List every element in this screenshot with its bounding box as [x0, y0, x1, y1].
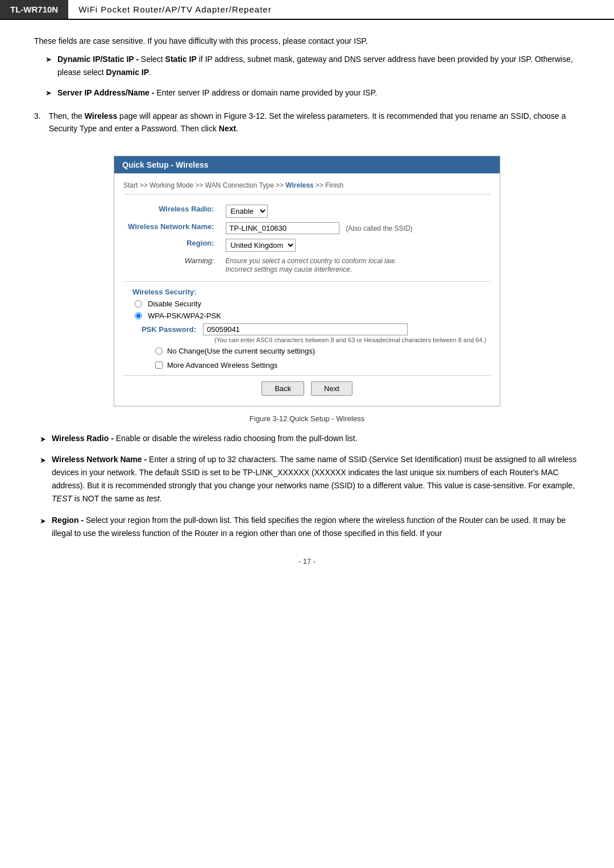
divider-1 [123, 281, 491, 282]
intro-paragraph: These fields are case sensitive. If you … [34, 35, 580, 47]
bullet-arrow-5: ➤ [40, 515, 46, 527]
no-change-row: No Change(Use the current security setti… [155, 347, 491, 355]
bullet-arrow-2: ➤ [45, 88, 52, 99]
static-ip-bold: Static IP [165, 55, 197, 64]
region-bold: Region - [52, 516, 84, 525]
breadcrumb-active: Wireless [285, 181, 313, 189]
warning-text: Ensure you select a correct country to c… [226, 257, 396, 273]
wireless-security-label: Wireless Security: [132, 288, 491, 296]
step-number: 3. [34, 110, 41, 122]
bullet-arrow-3: ➤ [40, 433, 46, 445]
model-name: TL-WR710N [0, 0, 68, 19]
bullet-wireless-radio-text: Wireless Radio - Enable or disable the w… [52, 432, 358, 445]
bullet-arrow-4: ➤ [40, 454, 46, 466]
bullet-wireless-network-text: Wireless Network Name - Enter a string o… [52, 453, 580, 505]
next-bold: Next [219, 124, 236, 133]
wireless-network-label: Wireless Network Name: [123, 220, 221, 236]
step-3-text: Then, the Wireless page will appear as s… [49, 110, 580, 135]
bullet-arrow-1: ➤ [45, 54, 52, 66]
disable-security-row: Disable Security [135, 300, 491, 308]
no-change-label: No Change(Use the current security setti… [167, 347, 315, 355]
wpa-psk-row: WPA-PSK/WPA2-PSK [135, 312, 491, 320]
step-list: 3. Then, the Wireless page will appear a… [34, 110, 580, 135]
region-label: Region: [123, 236, 221, 254]
test-lower-italic: test [147, 494, 160, 503]
bullet-server-ip: ➤ Server IP Address/Name - Enter server … [45, 86, 580, 99]
wpa-psk-radio[interactable] [135, 312, 142, 319]
region-cell: United Kingdom United States [221, 236, 491, 254]
wireless-radio-cell: Enable Disable [221, 202, 491, 220]
bullet-dynamic-ip: ➤ Dynamic IP/Static IP - Select Static I… [45, 53, 580, 78]
bullet-region: ➤ Region - Select your region from the p… [40, 514, 580, 540]
wireless-radio-bold: Wireless Radio - [52, 434, 114, 443]
wpa-psk-label: WPA-PSK/WPA2-PSK [148, 312, 221, 320]
warning-label: Warning: [123, 254, 221, 276]
ssid-hint: (Also called the SSID) [346, 225, 412, 232]
wireless-bold: Wireless [85, 111, 117, 121]
wireless-network-row: Wireless Network Name: (Also called the … [123, 220, 491, 236]
step-3: 3. Then, the Wireless page will appear a… [34, 110, 580, 135]
breadcrumb: Start >> Working Mode >> WAN Connection … [123, 181, 491, 194]
advanced-label: More Advanced Wireless Settings [167, 361, 277, 369]
warning-row: Warning: Ensure you select a correct cou… [123, 254, 491, 276]
security-options: Disable Security WPA-PSK/WPA2-PSK PSK Pa… [135, 300, 491, 369]
next-button[interactable]: Next [311, 381, 352, 396]
wireless-network-cell: (Also called the SSID) [221, 220, 491, 236]
psk-row: PSK Password: [135, 323, 491, 335]
test-italic: TEST [52, 494, 72, 503]
no-change-radio[interactable] [155, 347, 163, 355]
page-number: - 17 - [34, 557, 580, 566]
disable-security-radio[interactable] [135, 300, 142, 308]
bullet-server-ip-text: Server IP Address/Name - Enter server IP… [57, 86, 377, 99]
server-ip-label: Server IP Address/Name - [57, 88, 154, 97]
warning-cell: Ensure you select a correct country to c… [221, 254, 491, 276]
advanced-row: More Advanced Wireless Settings [155, 361, 491, 369]
psk-label: PSK Password: [135, 325, 203, 334]
quick-setup-body: Start >> Working Mode >> WAN Connection … [114, 173, 500, 406]
main-content: These fields are case sensitive. If you … [0, 29, 614, 583]
page-header: TL-WR710N WiFi Pocket Router/AP/TV Adapt… [0, 0, 614, 20]
button-row: Back Next [123, 375, 491, 400]
wireless-form: Wireless Radio: Enable Disable Wireless … [123, 202, 491, 276]
quick-setup-title: Quick Setup - Wireless [114, 156, 500, 173]
advanced-checkbox[interactable] [155, 362, 163, 369]
dynamic-ip-label: Dynamic IP/Static IP - [57, 55, 139, 64]
wireless-network-input[interactable] [226, 222, 339, 234]
psk-password-input[interactable] [203, 323, 408, 335]
bullet-wireless-network: ➤ Wireless Network Name - Enter a string… [40, 453, 580, 505]
wireless-radio-label: Wireless Radio: [123, 202, 221, 220]
bullet-dynamic-ip-text: Dynamic IP/Static IP - Select Static IP … [57, 53, 580, 78]
bullet-wireless-radio: ➤ Wireless Radio - Enable or disable the… [40, 432, 580, 445]
feature-bullets: ➤ Dynamic IP/Static IP - Select Static I… [45, 53, 580, 99]
wireless-radio-row: Wireless Radio: Enable Disable [123, 202, 491, 220]
psk-hint: (You can enter ASCII characters between … [214, 337, 491, 343]
back-button[interactable]: Back [262, 381, 304, 396]
region-row: Region: United Kingdom United States [123, 236, 491, 254]
region-select[interactable]: United Kingdom United States [226, 239, 296, 252]
bullet-region-text: Region - Select your region from the pul… [52, 514, 580, 540]
wireless-network-bold: Wireless Network Name - [52, 455, 147, 464]
disable-security-label: Disable Security [148, 300, 201, 308]
dynamic-ip-bold: Dynamic IP [106, 68, 149, 77]
bottom-bullet-list: ➤ Wireless Radio - Enable or disable the… [40, 432, 580, 540]
figure-caption: Figure 3-12 Quick Setup - Wireless [34, 414, 580, 423]
wireless-radio-select[interactable]: Enable Disable [226, 205, 268, 218]
product-title: WiFi Pocket Router/AP/TV Adapter/Repeate… [68, 0, 281, 19]
quick-setup-panel: Quick Setup - Wireless Start >> Working … [114, 156, 500, 406]
